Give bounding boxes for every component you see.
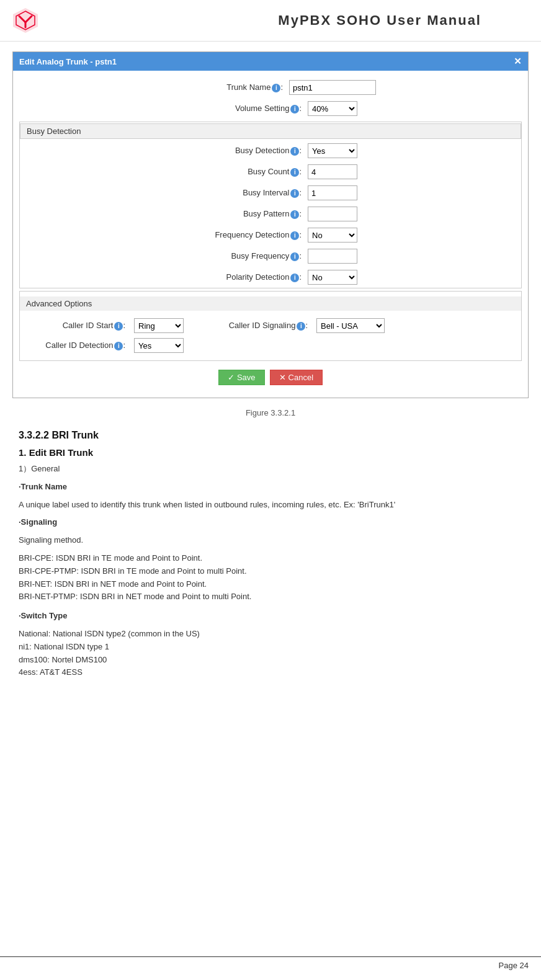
caller-id-detection-info-icon[interactable]: i: [114, 342, 123, 350]
page-footer: Page 24: [0, 956, 541, 974]
busy-count-label: Busy Counti:: [184, 167, 308, 177]
caller-id-row1: Caller ID Starti: Ring Polarity DTMF Cal…: [20, 316, 521, 336]
busy-pattern-input[interactable]: [308, 207, 357, 221]
busy-frequency-row: Busy Frequencyi:: [20, 246, 521, 267]
logo-area: [10, 5, 41, 36]
content-area: Edit Analog Trunk - pstn1 ✕ Trunk Namei:…: [0, 42, 541, 685]
trunk-name-desc: A unique label used to identify this tru…: [19, 499, 522, 512]
freq-detection-label: Frequency Detectioni:: [184, 230, 308, 240]
signaling-bri-net: BRI-NET: ISDN BRI in NET mode and Point …: [19, 578, 522, 591]
switch-4ess: 4ess: AT&T 4ESS: [19, 666, 522, 679]
cancel-button[interactable]: ✕ Cancel: [270, 370, 323, 385]
cancel-x-icon: ✕: [279, 373, 286, 382]
switch-dms100: dms100: Nortel DMS100: [19, 654, 522, 667]
dialog-close-button[interactable]: ✕: [514, 56, 522, 67]
caller-id-start-field: Caller ID Starti: Ring Polarity DTMF: [32, 318, 184, 333]
page-header: MyPBX SOHO User Manual: [0, 0, 541, 42]
freq-detection-info-icon[interactable]: i: [290, 231, 299, 240]
busy-pattern-row: Busy Patterni:: [20, 203, 521, 225]
busy-detection-info-icon[interactable]: i: [290, 147, 299, 156]
volume-setting-select[interactable]: 40% 20% 60% 80% 100%: [308, 101, 357, 116]
trunk-name-input[interactable]: [289, 80, 376, 95]
signaling-bri-cpe: BRI-CPE: ISDN BRI in TE mode and Point t…: [19, 552, 522, 565]
caller-id-signaling-info-icon[interactable]: i: [297, 322, 305, 331]
edit-analog-trunk-dialog: Edit Analog Trunk - pstn1 ✕ Trunk Namei:…: [12, 51, 529, 398]
figure-caption: Figure 3.3.2.1: [12, 408, 529, 417]
busy-frequency-info-icon[interactable]: i: [290, 252, 299, 261]
busy-interval-info-icon[interactable]: i: [290, 189, 299, 198]
dialog-titlebar: Edit Analog Trunk - pstn1 ✕: [13, 52, 528, 71]
trunk-name-info-icon[interactable]: i: [272, 84, 280, 92]
polarity-detection-label: Polarity Detectioni:: [184, 272, 308, 282]
yeastar-logo: [10, 5, 41, 36]
polarity-detection-row: Polarity Detectioni: No Yes: [20, 267, 521, 288]
button-row: ✓ Save ✕ Cancel: [13, 363, 528, 391]
freq-detection-row: Frequency Detectioni: No Yes: [20, 225, 521, 246]
busy-detection-section: Busy Detection Busy Detectioni: Yes No: [19, 122, 522, 288]
caller-id-signaling-field: Caller ID Signalingi: Bell - USA V23 DTM…: [202, 318, 385, 333]
busy-detection-section-header: Busy Detection: [20, 123, 521, 139]
switch-ni1: ni1: National ISDN type 1: [19, 641, 522, 654]
busy-pattern-label: Busy Patterni:: [184, 209, 308, 219]
save-checkmark-icon: ✓: [228, 373, 235, 382]
volume-setting-row: Volume Settingi: 40% 20% 60% 80% 100%: [13, 98, 528, 119]
busy-pattern-info-icon[interactable]: i: [290, 210, 299, 219]
dialog-body: Trunk Namei: Volume Settingi: 40% 20% 60…: [13, 71, 528, 398]
switch-type-bold-label: ·Switch Type: [19, 610, 522, 623]
freq-detection-select[interactable]: No Yes: [308, 228, 357, 243]
busy-detection-label: Busy Detectioni:: [184, 146, 308, 156]
caller-id-start-label: Caller ID Starti:: [32, 321, 132, 331]
document-section: 3.3.2.2 BRI Trunk 1. Edit BRI Trunk 1）Ge…: [12, 430, 529, 679]
signaling-bri-cpe-ptmp: BRI-CPE-PTMP: ISDN BRI in TE mode and Po…: [19, 565, 522, 578]
caller-id-start-info-icon[interactable]: i: [114, 322, 123, 331]
busy-count-input[interactable]: [308, 164, 357, 179]
busy-frequency-input[interactable]: [308, 249, 357, 264]
busy-count-row: Busy Counti:: [20, 161, 521, 182]
busy-count-info-icon[interactable]: i: [290, 168, 299, 177]
signaling-bold-label: ·Signaling: [19, 516, 522, 529]
page-number: Page 24: [499, 961, 529, 970]
busy-detection-select[interactable]: Yes No: [308, 143, 357, 158]
advanced-options-header: Advanced Options: [20, 296, 521, 311]
signaling-bri-net-ptmp: BRI-NET-PTMP: ISDN BRI in NET mode and P…: [19, 590, 522, 604]
volume-setting-info-icon[interactable]: i: [290, 105, 299, 114]
advanced-options-section: Advanced Options Caller ID Starti: Ring …: [19, 291, 522, 361]
save-button[interactable]: ✓ Save: [218, 370, 265, 385]
polarity-detection-info-icon[interactable]: i: [290, 274, 299, 282]
dialog-title: Edit Analog Trunk - pstn1: [19, 57, 117, 66]
busy-frequency-label: Busy Frequencyi:: [184, 251, 308, 261]
caller-id-signaling-label: Caller ID Signalingi:: [202, 321, 314, 331]
volume-setting-label: Volume Settingi:: [184, 104, 308, 114]
caller-id-signaling-select[interactable]: Bell - USA V23 DTMF: [316, 318, 385, 333]
section-heading-332: 3.3.2.2 BRI Trunk: [19, 430, 522, 441]
caller-id-detection-row: Caller ID Detectioni: Yes No: [20, 336, 521, 355]
switch-national: National: National ISDN type2 (common in…: [19, 628, 522, 641]
caller-id-start-select[interactable]: Ring Polarity DTMF: [134, 318, 184, 333]
busy-interval-input[interactable]: [308, 185, 357, 200]
general-heading: 1）General: [19, 463, 522, 476]
section-heading-edit-bri: 1. Edit BRI Trunk: [19, 447, 522, 458]
trunk-name-bold-label: ·Trunk Name: [19, 481, 522, 494]
busy-detection-row: Busy Detectioni: Yes No: [20, 140, 521, 161]
trunk-name-row: Trunk Namei:: [13, 77, 528, 98]
page-title: MyPBX SOHO User Manual: [278, 12, 481, 29]
svg-marker-0: [13, 8, 38, 33]
busy-interval-label: Busy Intervali:: [184, 188, 308, 198]
polarity-detection-select[interactable]: No Yes: [308, 270, 357, 285]
caller-id-detection-label: Caller ID Detectioni:: [32, 341, 132, 350]
busy-interval-row: Busy Intervali:: [20, 182, 521, 203]
caller-id-detection-field: Caller ID Detectioni: Yes No: [32, 338, 184, 353]
caller-id-detection-select[interactable]: Yes No: [134, 338, 184, 353]
trunk-name-label: Trunk Namei:: [165, 82, 289, 92]
signaling-desc: Signaling method.: [19, 534, 522, 547]
dialog-wrapper: Edit Analog Trunk - pstn1 ✕ Trunk Namei:…: [12, 51, 529, 398]
